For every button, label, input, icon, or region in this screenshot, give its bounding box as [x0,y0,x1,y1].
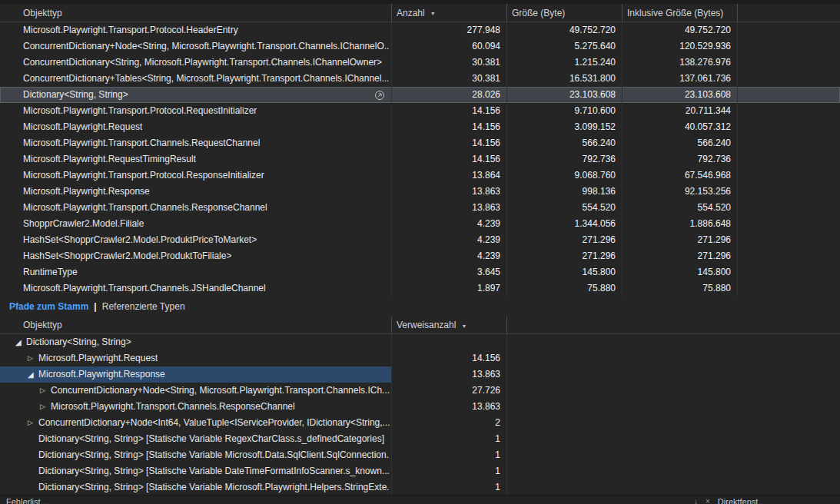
sort-descending-icon: ▼ [461,322,466,329]
object-type-label: Dictionary<String, String> [Statische Va… [38,463,390,479]
table-row[interactable]: Microsoft.Playwright.RequestTimingResult… [0,151,840,167]
object-type-label: Microsoft.Playwright.Transport.Channels.… [51,399,295,415]
column-label: Verweisanzahl [397,320,456,330]
table-row[interactable]: ShopprCrawler2.Model.Filiale4.2391.344.0… [0,216,840,232]
row-filler [507,479,840,496]
view-instances-icon[interactable] [374,90,385,101]
size-cell: 1.344.056 [507,216,623,232]
object-type-cell: ▷Microsoft.Playwright.Transport.Channels… [0,399,392,415]
count-cell: 14.156 [392,119,507,135]
size-cell: 792.736 [507,151,623,167]
expand-icon[interactable]: ▷ [40,383,51,399]
row-filler [738,87,840,103]
count-cell: 4.239 [392,248,507,264]
tree-row[interactable]: Dictionary<String, String> [Statische Va… [0,431,840,447]
inclusive-size-cell: 145.800 [623,264,738,280]
reference-count-cell: 13.863 [392,399,507,415]
tree-row[interactable]: ▷Microsoft.Playwright.Transport.Channels… [0,399,840,415]
object-type-label: Microsoft.Playwright.Transport.Protocol.… [23,103,257,119]
inclusive-size-cell: 271.296 [623,232,738,248]
tab-pfade-zum-stamm[interactable]: Pfade zum Stamm [9,301,88,312]
table-row[interactable]: Microsoft.Playwright.Transport.Channels.… [0,280,840,297]
size-cell: 998.136 [507,184,623,200]
inclusive-size-cell: 92.153.256 [623,184,738,200]
table-row[interactable]: ConcurrentDictionary+Node<String, Micros… [0,38,840,55]
expand-icon[interactable]: ▷ [28,415,38,431]
tree-row[interactable]: ▷Microsoft.Playwright.Request14.156 [0,350,840,366]
table-row[interactable]: Microsoft.Playwright.Transport.Channels.… [0,200,840,216]
tree-row[interactable]: ▷ConcurrentDictionary+Node<Int64, ValueT… [0,415,840,431]
column-label: Objekttyp [23,320,62,330]
object-type-label: RuntimeType [23,264,78,280]
column-header-inklusive-groesse[interactable]: Inklusive Größe (Bytes) [623,4,738,22]
table-row[interactable]: HashSet<ShopprCrawler2.Model.ProduktPric… [0,232,840,248]
count-cell: 277.948 [392,22,507,38]
tab-referenzierte-typen[interactable]: Referenzierte Typen [102,301,185,312]
row-filler [738,200,840,216]
size-cell: 23.103.608 [507,87,623,103]
row-filler [507,383,840,399]
size-cell: 9.710.600 [507,103,623,119]
column-header-objekttyp[interactable]: Objekttyp [0,4,392,22]
row-filler [507,350,840,366]
tree-row[interactable]: ◢Dictionary<String, String> [0,334,840,350]
object-type-label: Microsoft.Playwright.Request [38,350,158,366]
table-row[interactable]: Microsoft.Playwright.Transport.Channels.… [0,135,840,151]
expand-icon[interactable]: ▷ [28,350,38,366]
column-label: Anzahl [397,8,425,18]
object-type-cell: ShopprCrawler2.Model.Filiale [0,216,392,232]
count-cell: 28.026 [392,87,507,103]
table-row[interactable]: ConcurrentDictionary+Tables<String, Micr… [0,71,840,87]
row-filler [738,184,840,200]
memory-usage-tool-window: Objekttyp Anzahl ▼ Größe (Byte) Inklusiv… [0,0,840,504]
count-cell: 60.094 [392,38,507,55]
header-filler [738,4,840,22]
collapse-icon[interactable]: ◢ [28,366,38,383]
row-filler [738,280,840,297]
collapse-icon[interactable]: ◢ [15,334,26,350]
table-row[interactable]: Microsoft.Playwright.Transport.Protocol.… [0,167,840,184]
reference-count-cell: 2 [392,415,507,431]
object-type-cell: Microsoft.Playwright.Transport.Protocol.… [0,22,392,38]
tree-row[interactable]: Dictionary<String, String> [Statische Va… [0,447,840,463]
object-type-cell: ConcurrentDictionary+Tables<String, Micr… [0,71,392,87]
table-row[interactable]: Microsoft.Playwright.Request14.1563.099.… [0,119,840,135]
column-header-anzahl[interactable]: Anzahl ▼ [392,4,507,22]
object-type-label: Microsoft.Playwright.Transport.Channels.… [23,135,260,151]
table-row[interactable]: Dictionary<String, String>28.02623.103.6… [0,87,840,103]
column-header-verweisanzahl[interactable]: Verweisanzahl ▼ [392,317,507,333]
inclusive-size-cell: 120.529.936 [623,38,738,55]
count-cell: 14.156 [392,103,507,119]
object-type-cell: ◢Microsoft.Playwright.Response [0,366,392,383]
paths-to-root-header: Objekttyp Verweisanzahl ▼ [0,317,840,334]
table-row[interactable]: ConcurrentDictionary<String, Microsoft.P… [0,55,840,71]
object-type-cell: ConcurrentDictionary+Node<String, Micros… [0,38,392,55]
object-type-label: ConcurrentDictionary+Node<Int64, ValueTu… [38,415,390,431]
table-row[interactable]: HashSet<ShopprCrawler2.Model.ProduktToFi… [0,248,840,264]
column-header-groesse[interactable]: Größe (Byte) [507,4,623,22]
tree-row[interactable]: Dictionary<String, String> [Statische Va… [0,479,840,496]
row-filler [738,167,840,184]
tree-row[interactable]: Dictionary<String, String> [Statische Va… [0,463,840,479]
table-row[interactable]: RuntimeType3.645145.800145.800 [0,264,840,280]
table-row[interactable]: Microsoft.Playwright.Transport.Protocol.… [0,103,840,119]
immediate-window-tab[interactable]: Direktfenst... [718,497,765,504]
object-type-cell: Dictionary<String, String> [Statische Va… [0,479,392,496]
tree-row[interactable]: ▷ConcurrentDictionary+Node<String, Micro… [0,383,840,399]
object-type-label: ConcurrentDictionary<String, Microsoft.P… [23,55,382,71]
column-label: Objekttyp [23,8,62,18]
table-row[interactable]: Microsoft.Playwright.Response13.863998.1… [0,184,840,200]
count-cell: 30.381 [392,71,507,87]
column-header-objekttyp[interactable]: Objekttyp [0,317,392,333]
row-filler [507,334,840,350]
expand-icon[interactable]: ▷ [40,399,51,415]
tree-row[interactable]: ◢Microsoft.Playwright.Response13.863 [0,366,840,383]
error-list-tab[interactable]: Fehlerlist... [6,497,48,504]
column-label: Größe (Byte) [512,8,565,18]
object-type-label: HashSet<ShopprCrawler2.Model.ProduktToFi… [23,248,231,264]
table-row[interactable]: Microsoft.Playwright.Transport.Protocol.… [0,22,840,38]
reference-count-cell: 1 [392,431,507,447]
row-filler [507,463,840,479]
object-type-cell: Dictionary<String, String> [Statische Va… [0,463,392,479]
object-type-cell: ConcurrentDictionary<String, Microsoft.P… [0,55,392,71]
